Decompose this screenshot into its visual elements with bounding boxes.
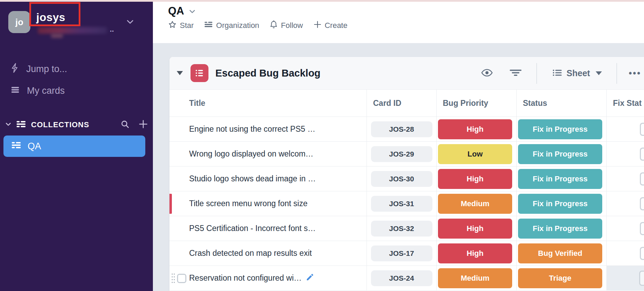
drag-handle-icon[interactable] [171, 273, 176, 286]
status-badge[interactable]: Fix in Progress [518, 194, 602, 214]
column-header-card-id[interactable]: Card ID [367, 90, 437, 117]
column-header-status[interactable]: Status [517, 90, 607, 117]
card-title[interactable]: Crash detected on map results exit [189, 249, 312, 258]
priority-badge[interactable]: High [438, 119, 512, 139]
row-checkbox[interactable] [177, 274, 186, 283]
fix-status-pill-partial[interactable] [640, 148, 644, 161]
collections-chevron-down-icon[interactable] [5, 121, 12, 129]
card-id-pill[interactable]: JOS-31 [371, 196, 432, 212]
table-row[interactable]: Wrong logo displayed on welcom… JOS-29 L… [169, 142, 644, 167]
priority-badge[interactable]: High [438, 219, 512, 239]
status-badge[interactable]: Bug Verified [518, 243, 602, 263]
status-badge[interactable]: Fix in Progress [518, 169, 602, 189]
table-row[interactable]: Reservation not configured wi… JOS-24 Me… [169, 266, 644, 291]
sidebar-item-jump-to[interactable]: Jump to... [10, 63, 67, 76]
card-id-pill[interactable]: JOS-30 [371, 171, 432, 187]
add-collection-icon[interactable] [138, 119, 148, 130]
card-title[interactable]: Studio logo shows dead image in … [189, 174, 316, 183]
card-id-cell: JOS-30 [367, 167, 437, 191]
sidebar-item-qa-collection[interactable]: QA [3, 136, 145, 157]
fix-status-cell [607, 117, 644, 141]
more-options-button[interactable]: ••• [629, 68, 641, 79]
title-cell[interactable]: Crash detected on map results exit [169, 241, 367, 265]
view-switcher[interactable]: Sheet [552, 68, 602, 79]
title-cell[interactable]: PS5 Certification - Incorrect font s… [169, 216, 367, 241]
fix-status-pill-partial[interactable] [639, 271, 644, 286]
organization-icon [204, 21, 213, 30]
column-header-title[interactable]: Title [169, 90, 367, 117]
follow-button[interactable]: Follow [270, 20, 303, 31]
redacted-user-name [38, 27, 107, 34]
collapse-triangle-icon[interactable] [177, 71, 183, 75]
card-title[interactable]: Reservation not configured wi… [189, 273, 302, 283]
filter-icon[interactable] [509, 69, 522, 78]
sidebar-item-label: QA [28, 141, 41, 152]
sidebar-item-my-cards[interactable]: My cards [10, 86, 65, 96]
menu-item-label: Organization [216, 21, 259, 30]
card-id-pill[interactable]: JOS-28 [371, 121, 432, 137]
title-cell[interactable]: Reservation not configured wi… [169, 266, 367, 290]
card-title[interactable]: Title screen menu wrong font size [189, 199, 308, 208]
menu-item-label: Follow [281, 21, 303, 30]
card-id-pill[interactable]: JOS-29 [371, 146, 432, 162]
card-title[interactable]: Wrong logo displayed on welcom… [189, 149, 313, 159]
column-header-fix-status[interactable]: Fix Stat [607, 90, 644, 117]
row-marker-bar [169, 194, 172, 214]
bug-priority-cell: Medium [437, 266, 517, 290]
plus-icon [313, 20, 322, 31]
create-button[interactable]: Create [313, 20, 348, 31]
redacted-suffix: .. [110, 25, 114, 34]
title-cell[interactable]: Wrong logo displayed on welcom… [169, 142, 367, 166]
card-id-cell: JOS-31 [367, 191, 437, 216]
top-bar: QA Star Organization Follow [153, 0, 644, 43]
fix-status-pill-partial[interactable] [640, 197, 644, 210]
workspace-chevron-down-icon[interactable] [126, 17, 135, 28]
title-cell[interactable]: Engine not using the correct PS5 … [169, 117, 367, 141]
card-title[interactable]: Engine not using the correct PS5 … [189, 124, 315, 134]
fix-status-cell [607, 142, 644, 166]
card-id-cell: JOS-28 [367, 117, 437, 141]
sidebar-item-label: Jump to... [26, 64, 67, 74]
card-title[interactable]: PS5 Certification - Incorrect font s… [189, 224, 316, 233]
card-id-pill[interactable]: JOS-24 [371, 270, 432, 286]
status-badge[interactable]: Triage [518, 268, 602, 288]
column-header-bug-priority[interactable]: Bug Priority [437, 90, 517, 117]
table-row[interactable]: Title screen menu wrong font size JOS-31… [169, 191, 644, 216]
sidebar-item-label: My cards [27, 86, 65, 96]
status-cell: Bug Verified [517, 241, 607, 265]
card-id-pill[interactable]: JOS-32 [371, 221, 432, 237]
bug-priority-cell: High [437, 241, 517, 265]
priority-badge[interactable]: High [438, 243, 512, 263]
fix-status-pill-partial[interactable] [640, 172, 644, 185]
search-icon[interactable] [120, 120, 129, 130]
collection-title-chevron-icon[interactable] [188, 8, 196, 17]
priority-badge[interactable]: High [438, 169, 512, 189]
edit-pencil-icon[interactable] [306, 273, 314, 283]
fix-status-pill-partial[interactable] [640, 247, 644, 260]
table-row[interactable]: Crash detected on map results exit JOS-1… [169, 241, 644, 266]
title-cell[interactable]: Title screen menu wrong font size [169, 191, 367, 216]
fix-status-pill-partial[interactable] [640, 123, 644, 136]
table-row[interactable]: PS5 Certification - Incorrect font s… JO… [169, 216, 644, 241]
table-row[interactable]: Studio logo shows dead image in … JOS-30… [169, 167, 644, 191]
priority-badge[interactable]: Medium [438, 268, 512, 288]
status-cell: Fix in Progress [517, 142, 607, 166]
table-row[interactable]: Engine not using the correct PS5 … JOS-2… [169, 117, 644, 142]
title-cell[interactable]: Studio logo shows dead image in … [169, 167, 367, 191]
status-cell: Fix in Progress [517, 117, 607, 141]
star-icon [168, 20, 177, 31]
status-cell: Triage [517, 266, 607, 290]
priority-badge[interactable]: Medium [438, 194, 512, 214]
visibility-eye-icon[interactable] [481, 68, 493, 79]
card-id-pill[interactable]: JOS-17 [371, 245, 432, 261]
fix-status-pill-partial[interactable] [640, 222, 644, 235]
avatar[interactable]: jo [8, 11, 30, 33]
status-badge[interactable]: Fix in Progress [518, 219, 602, 239]
status-badge[interactable]: Fix in Progress [518, 119, 602, 139]
organization-button[interactable]: Organization [204, 21, 259, 30]
priority-badge[interactable]: Low [438, 144, 512, 164]
status-badge[interactable]: Fix in Progress [518, 144, 602, 164]
status-cell: Fix in Progress [517, 167, 607, 191]
menu-item-label: Star [180, 21, 194, 30]
star-button[interactable]: Star [168, 20, 194, 31]
